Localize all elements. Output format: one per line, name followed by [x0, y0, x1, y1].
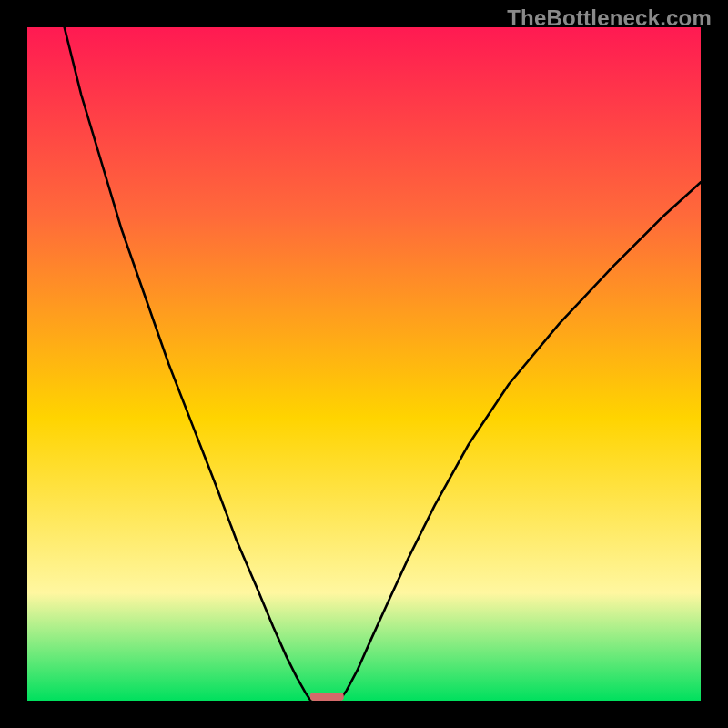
plot-background [27, 27, 701, 701]
bottleneck-marker [310, 693, 344, 701]
chart-frame: { "watermark": "TheBottleneck.com", "col… [0, 0, 728, 728]
watermark-text: TheBottleneck.com [507, 5, 712, 31]
chart-svg [0, 0, 728, 728]
